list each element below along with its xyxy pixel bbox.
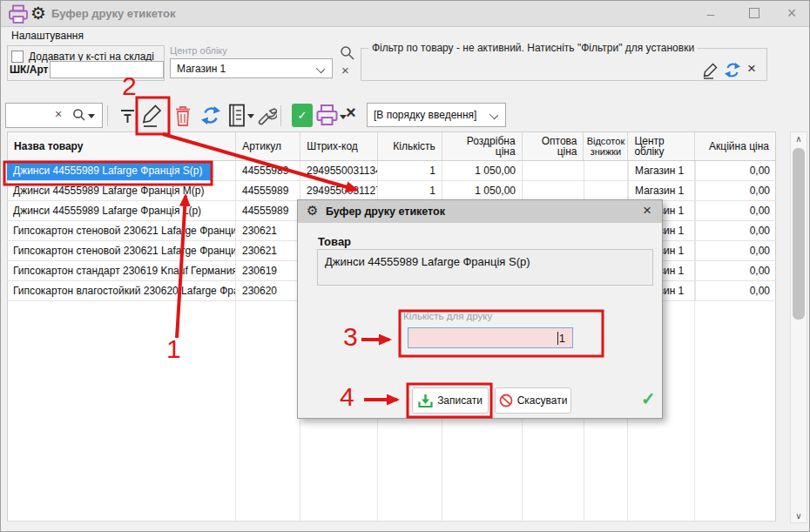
cell-sku[interactable]: 44555989 [236,161,300,180]
cell-promo[interactable]: 0,00 [696,181,776,200]
cancel-icon [499,394,513,407]
accounting-center-label: Центр обліку [170,45,227,56]
cell-discount[interactable] [584,181,629,200]
menu-item-settings[interactable]: Налаштування [11,30,84,42]
cell-sku[interactable]: 44555989 [236,181,300,200]
cell-name[interactable]: Гипсокартон стандарт 230619 Knauf Герман… [7,261,236,280]
save-button-label: Записати [437,394,483,407]
cell-name[interactable]: Гипсокартон влагостойкий 230620 Lafarge … [7,281,236,300]
refresh-filter-icon[interactable] [724,62,741,78]
apply-check-icon: ✓ [298,109,307,122]
save-button[interactable]: Записати [412,387,489,414]
gear-icon: ⚙ [30,3,46,24]
cell-wholesale[interactable] [523,181,584,200]
sku-label: ШК/Арт [10,64,48,76]
scroll-up-icon[interactable]: ∧ [791,134,807,144]
order-select[interactable]: [В порядку введення] [367,103,506,127]
report-dropdown-icon[interactable] [247,114,254,118]
cell-promo[interactable]: 0,00 [696,281,776,300]
filter-icon[interactable] [120,109,135,125]
cell-sku[interactable]: 230620 [236,281,300,300]
product-label: Товар [318,235,351,248]
search-icon[interactable] [340,45,355,61]
accounting-center-value: Магазин 1 [177,63,226,75]
column-header[interactable]: Назва товару [8,132,236,160]
cell-wholesale[interactable] [523,161,584,180]
cell-qty[interactable]: 1 [378,161,442,180]
dialog-titlebar: ⚙ Буфер друку етикеток × [298,200,662,223]
report-icon[interactable] [228,104,246,127]
product-value-box: Джинси 44555989 Lafarge Франція S(p) [317,249,653,286]
column-header[interactable]: Оптова ціна [523,132,584,160]
edit-filter-icon[interactable] [702,62,719,79]
maximize-button[interactable] [741,3,767,24]
window-titlebar: ⚙ Буфер друку етикеток – × [1,1,809,27]
window-title: Буфер друку етикеток [51,7,175,20]
vertical-scrollbar[interactable]: ∧ ∨ [790,131,807,523]
cell-name[interactable]: Джинси 44555989 Lafarge Франція M(p) [7,181,236,200]
cell-barcode[interactable]: 2949550031134 [300,161,378,180]
text-caret [557,332,558,345]
app-window: ⚙ Буфер друку етикеток – × Налаштування … [0,0,810,532]
search-clear-icon[interactable]: × [55,107,62,121]
print-quantity-input[interactable]: 1 [408,327,573,348]
dialog-close-button[interactable]: × [643,202,651,219]
search-icon[interactable] [72,108,86,122]
cell-promo[interactable]: 0,00 [696,201,776,220]
scrollbar-thumb[interactable] [793,148,805,320]
print-icon[interactable] [315,104,339,127]
confirm-check-icon: ✓ [641,388,656,409]
close-filter-icon[interactable]: × [747,60,756,77]
cell-promo[interactable]: 0,00 [696,261,776,280]
cell-name[interactable]: Гипсокартон стеновой 230621 Lafarge Фран… [7,241,236,260]
column-header[interactable]: Артикул [236,132,300,160]
clear-filter-icon[interactable]: × [341,63,349,77]
column-header[interactable]: Роздрібна ціна [442,132,523,160]
cell-name[interactable]: Гипсокартон стеновой 230621 Lafarge Фран… [7,221,236,240]
column-header[interactable]: Акційна ціна [695,132,775,160]
cell-name[interactable]: Джинси 44555989 Lafarge Франція S(p) [7,161,236,180]
chevron-down-icon [317,64,325,71]
printer-icon [8,4,29,24]
refresh-icon[interactable] [200,105,221,125]
cell-promo[interactable]: 0,00 [696,161,776,180]
add-to-stock-checkbox[interactable] [11,51,24,63]
cell-discount[interactable] [584,161,629,180]
sku-input[interactable] [50,61,164,78]
table-header: Назва товаруАртикулШтрих-кодКількістьРоз… [7,131,776,161]
service-icon[interactable] [256,104,277,127]
cell-center[interactable]: Магазин 1 [629,181,696,200]
cell-sku[interactable]: 230621 [236,221,300,240]
minimize-button[interactable]: – [698,3,724,24]
accounting-center-select[interactable]: Магазин 1 [170,58,333,78]
column-header[interactable]: Штрих-код [300,132,378,160]
clear-buffer-icon[interactable]: × [346,103,356,123]
table-row[interactable]: Джинси 44555989 Lafarge Франція S(p)4455… [7,161,776,181]
delete-icon[interactable] [174,105,192,127]
cell-qty[interactable]: 1 [378,181,442,200]
column-header[interactable]: Центр обліку [628,132,695,160]
maximize-icon [749,8,759,18]
cell-promo[interactable]: 0,00 [696,241,776,260]
cancel-button[interactable]: Скасувати [495,387,571,414]
cell-barcode[interactable]: 2949550031127 [300,181,378,200]
scroll-down-icon[interactable]: ∨ [791,511,807,521]
save-icon [418,394,433,408]
cell-sku[interactable]: 44555989 [236,201,300,220]
edit-icon[interactable] [141,103,164,128]
cell-promo[interactable]: 0,00 [696,221,776,240]
cell-retail[interactable]: 1 050,00 [442,161,523,180]
cell-retail[interactable]: 1 050,00 [442,181,523,200]
column-header[interactable]: Кількість [378,132,442,160]
apply-button[interactable]: ✓ [292,104,313,127]
column-header[interactable]: Відсоток знижки [584,132,628,160]
cell-sku[interactable]: 230621 [236,241,300,260]
cell-center[interactable]: Магазин 1 [629,161,696,180]
search-dropdown-icon[interactable] [88,114,95,118]
cell-sku[interactable]: 230619 [236,261,300,280]
close-button[interactable]: × [779,3,805,24]
cell-name[interactable]: Джинси 44555989 Lafarge Франція L(p) [7,201,236,220]
table-row[interactable]: Джинси 44555989 Lafarge Франція M(p)4455… [7,181,776,201]
print-quantity-value: 1 [559,332,565,345]
product-filter-hint: Фільтр по товару - не активний. Натисніт… [368,42,698,54]
